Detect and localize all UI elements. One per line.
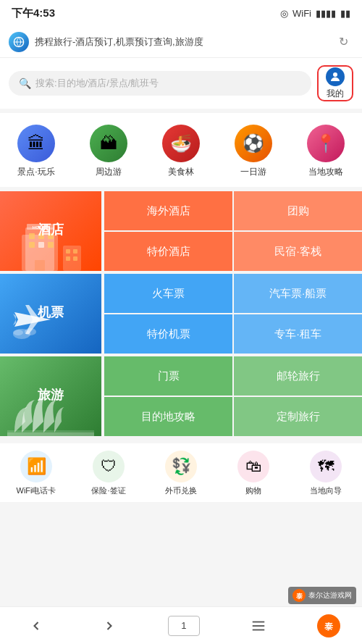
service-shopping[interactable]: 🛍 购物 bbox=[224, 451, 282, 496]
scenic-label: 景点·玩乐 bbox=[17, 166, 54, 178]
shopping-icon: 🛍 bbox=[237, 451, 269, 482]
guide-icon: 🗺 bbox=[310, 451, 342, 482]
watermark-logo-icon: 泰 bbox=[292, 589, 306, 602]
svg-text:泰: 泰 bbox=[324, 622, 334, 632]
flight-block: 机票 火车票 汽车票·船票 特价机票 bbox=[0, 274, 362, 354]
back-button[interactable] bbox=[22, 613, 51, 639]
daytrip-icon: ⚽ bbox=[235, 125, 272, 162]
nav-bar: 1 泰 bbox=[0, 606, 362, 644]
currency-label: 外币兑换 bbox=[165, 485, 197, 496]
my-button[interactable]: 我的 bbox=[317, 65, 353, 101]
food-icon: 🍜 bbox=[162, 125, 200, 162]
hotel-label: 酒店 bbox=[38, 221, 64, 238]
svg-rect-13 bbox=[35, 260, 45, 271]
guide-label: 当地向导 bbox=[310, 485, 342, 496]
hotel-left[interactable]: 酒店 HOTEL bbox=[0, 191, 101, 271]
insurance-label: 保险·签证 bbox=[91, 485, 125, 496]
wifi-service-icon: 📶 bbox=[20, 451, 52, 482]
category-item-local[interactable]: 📍 当地攻略 bbox=[297, 125, 355, 178]
status-time: 下午4:53 bbox=[12, 7, 55, 20]
svg-rect-16 bbox=[73, 249, 77, 254]
service-guide[interactable]: 🗺 当地向导 bbox=[297, 451, 355, 496]
daytrip-label: 一日游 bbox=[240, 166, 266, 178]
overseas-hotel-cell[interactable]: 海外酒店 bbox=[104, 191, 232, 230]
category-item-food[interactable]: 🍜 美食林 bbox=[152, 125, 210, 178]
category-item-nearby[interactable]: 🏔 周边游 bbox=[80, 125, 138, 178]
hotel-block: 酒店 HOTEL bbox=[0, 191, 362, 271]
tour-left[interactable]: 旅游 bbox=[0, 356, 101, 436]
tour-grid: 门票 邮轮旅行 目的地攻略 定制旅行 bbox=[104, 356, 362, 436]
signal-icon: ▮▮▮▮ bbox=[316, 8, 336, 19]
category-item-daytrip[interactable]: ⚽ 一日游 bbox=[224, 125, 282, 178]
train-ticket-cell[interactable]: 火车票 bbox=[104, 274, 232, 313]
group-buy-cell[interactable]: 团购 bbox=[234, 191, 362, 230]
wifi-service-label: WiFi电话卡 bbox=[17, 485, 56, 496]
grid-sections: 酒店 HOTEL bbox=[0, 187, 362, 440]
svg-text:泰: 泰 bbox=[295, 593, 303, 600]
bottom-services: 📶 WiFi电话卡 🛡 保险·签证 💱 外币兑换 🛍 购物 🗺 当地向导 bbox=[0, 443, 362, 502]
nearby-icon: 🏔 bbox=[90, 125, 127, 162]
search-section: 🔍 搜索:目的地/酒店/景点/航班号 我的 bbox=[0, 58, 362, 109]
tour-block: 旅游 门票 邮轮旅行 目的地攻略 定制旅行 bbox=[0, 356, 362, 436]
brand-icon: 泰 bbox=[317, 614, 340, 637]
svg-point-21 bbox=[13, 330, 23, 335]
scenic-icon: 🏛 bbox=[17, 125, 55, 162]
avatar-icon bbox=[326, 67, 345, 86]
svg-rect-23 bbox=[7, 430, 94, 436]
browser-bar: 携程旅行-酒店预订,机票预订查询,旅游度 ↻ bbox=[0, 26, 362, 58]
nearby-label: 周边游 bbox=[96, 166, 122, 178]
svg-rect-14 bbox=[63, 246, 81, 271]
category-row: 🏛 景点·玩乐 🏔 周边游 🍜 美食林 ⚽ 一日游 📍 当地攻略 bbox=[0, 113, 362, 187]
cruise-cell[interactable]: 邮轮旅行 bbox=[234, 356, 362, 396]
svg-rect-5 bbox=[29, 233, 35, 239]
shopping-label: 购物 bbox=[245, 485, 261, 496]
svg-rect-17 bbox=[66, 256, 70, 261]
browser-logo bbox=[9, 32, 29, 52]
search-icon: 🔍 bbox=[19, 78, 31, 89]
forward-button[interactable] bbox=[95, 613, 124, 639]
search-placeholder: 搜索:目的地/酒店/景点/航班号 bbox=[35, 77, 159, 90]
destination-guide-cell[interactable]: 目的地攻略 bbox=[104, 397, 232, 436]
service-wifi[interactable]: 📶 WiFi电话卡 bbox=[7, 451, 65, 496]
discount-flight-cell[interactable]: 特价机票 bbox=[104, 314, 232, 354]
browser-url[interactable]: 携程旅行-酒店预订,机票预订查询,旅游度 bbox=[35, 35, 327, 49]
local-icon: 📍 bbox=[307, 125, 345, 162]
currency-icon: 💱 bbox=[165, 451, 197, 482]
page-number[interactable]: 1 bbox=[168, 616, 200, 636]
svg-rect-15 bbox=[66, 249, 70, 254]
watermark-text: 泰尔达游戏网 bbox=[308, 590, 352, 601]
wifi-icon: WiFi bbox=[292, 8, 311, 19]
svg-rect-8 bbox=[29, 242, 35, 248]
food-label: 美食林 bbox=[168, 166, 194, 178]
svg-point-2 bbox=[333, 72, 337, 77]
ticket-cell[interactable]: 门票 bbox=[104, 356, 232, 396]
flight-grid: 火车票 汽车票·船票 特价机票 专车·租车 bbox=[104, 274, 362, 354]
custom-tour-cell[interactable]: 定制旅行 bbox=[234, 397, 362, 436]
my-label: 我的 bbox=[327, 88, 344, 100]
watermark: 泰 泰尔达游戏网 bbox=[288, 587, 356, 604]
svg-rect-10 bbox=[48, 242, 54, 248]
svg-rect-18 bbox=[73, 256, 77, 261]
discount-hotel-cell[interactable]: 特价酒店 bbox=[104, 232, 232, 271]
search-input-wrap[interactable]: 🔍 搜索:目的地/酒店/景点/航班号 bbox=[9, 71, 311, 96]
service-insurance[interactable]: 🛡 保险·签证 bbox=[80, 451, 138, 496]
bus-boat-ticket-cell[interactable]: 汽车票·船票 bbox=[234, 274, 362, 313]
status-bar: 下午4:53 ◎ WiFi ▮▮▮▮ ▮▮ bbox=[0, 0, 362, 26]
flight-left[interactable]: 机票 bbox=[0, 274, 101, 354]
battery-icon: ▮▮ bbox=[340, 8, 350, 19]
refresh-button[interactable]: ↻ bbox=[333, 32, 353, 52]
homestay-cell[interactable]: 民宿·客栈 bbox=[234, 232, 362, 271]
location-icon: ◎ bbox=[280, 8, 288, 19]
insurance-icon: 🛡 bbox=[93, 451, 125, 482]
menu-button[interactable] bbox=[244, 613, 273, 639]
svg-point-20 bbox=[25, 328, 36, 335]
service-currency[interactable]: 💱 外币兑换 bbox=[152, 451, 210, 496]
svg-rect-9 bbox=[38, 242, 44, 248]
local-label: 当地攻略 bbox=[308, 166, 343, 178]
category-item-scenic[interactable]: 🏛 景点·玩乐 bbox=[7, 125, 65, 178]
brand-logo: 泰 bbox=[317, 614, 340, 637]
flight-label: 机票 bbox=[38, 304, 64, 321]
hotel-grid: 海外酒店 团购 特价酒店 民宿·客栈 bbox=[104, 191, 362, 271]
tour-label: 旅游 bbox=[38, 386, 64, 403]
car-rental-cell[interactable]: 专车·租车 bbox=[234, 314, 362, 354]
